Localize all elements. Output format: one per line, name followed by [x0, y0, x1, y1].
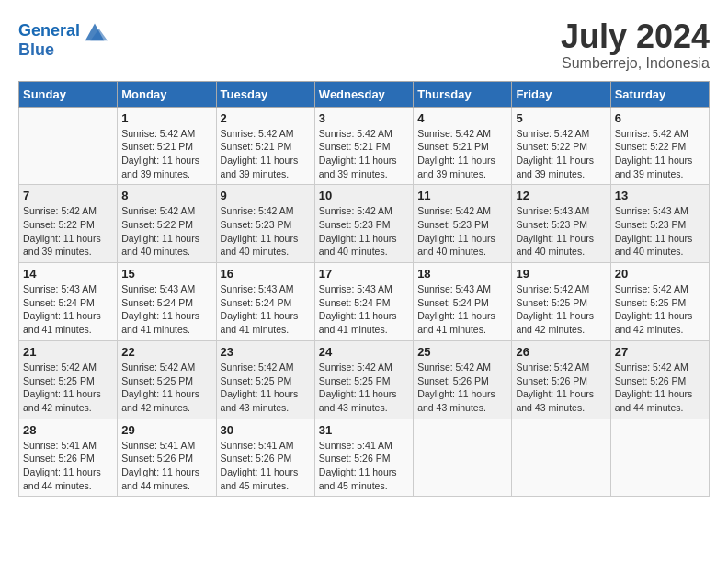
- day-info: Sunrise: 5:42 AM Sunset: 5:21 PM Dayligh…: [417, 127, 507, 181]
- day-number: 17: [319, 267, 409, 281]
- day-number: 29: [121, 423, 211, 437]
- calendar-week-1: 1Sunrise: 5:42 AM Sunset: 5:21 PM Daylig…: [19, 107, 710, 185]
- day-info: Sunrise: 5:42 AM Sunset: 5:25 PM Dayligh…: [221, 361, 311, 415]
- day-number: 28: [23, 423, 113, 437]
- logo-text: General: [18, 22, 80, 40]
- calendar-cell: 5Sunrise: 5:42 AM Sunset: 5:22 PM Daylig…: [512, 107, 610, 185]
- calendar-cell: 3Sunrise: 5:42 AM Sunset: 5:21 PM Daylig…: [314, 107, 413, 185]
- day-number: 15: [121, 267, 211, 281]
- calendar-cell: 11Sunrise: 5:42 AM Sunset: 5:23 PM Dayli…: [414, 185, 512, 263]
- calendar-cell: 23Sunrise: 5:42 AM Sunset: 5:25 PM Dayli…: [216, 340, 314, 419]
- day-info: Sunrise: 5:42 AM Sunset: 5:21 PM Dayligh…: [121, 127, 211, 181]
- calendar-cell: 20Sunrise: 5:42 AM Sunset: 5:25 PM Dayli…: [610, 263, 709, 341]
- day-number: 5: [516, 111, 606, 125]
- day-info: Sunrise: 5:42 AM Sunset: 5:25 PM Dayligh…: [121, 361, 211, 415]
- calendar-cell: 24Sunrise: 5:42 AM Sunset: 5:25 PM Dayli…: [314, 340, 413, 419]
- day-info: Sunrise: 5:41 AM Sunset: 5:26 PM Dayligh…: [221, 439, 311, 493]
- day-info: Sunrise: 5:41 AM Sunset: 5:26 PM Dayligh…: [319, 439, 409, 493]
- day-number: 14: [23, 267, 113, 281]
- calendar-cell: 15Sunrise: 5:43 AM Sunset: 5:24 PM Dayli…: [118, 263, 216, 341]
- day-number: 8: [121, 189, 211, 202]
- calendar-cell: 13Sunrise: 5:43 AM Sunset: 5:23 PM Dayli…: [610, 185, 709, 263]
- calendar-week-4: 21Sunrise: 5:42 AM Sunset: 5:25 PM Dayli…: [19, 340, 710, 419]
- day-info: Sunrise: 5:43 AM Sunset: 5:24 PM Dayligh…: [121, 282, 211, 337]
- calendar-cell: 4Sunrise: 5:42 AM Sunset: 5:21 PM Daylig…: [414, 107, 512, 185]
- calendar-week-3: 14Sunrise: 5:43 AM Sunset: 5:24 PM Dayli…: [19, 263, 710, 341]
- day-number: 16: [221, 267, 311, 281]
- calendar-week-2: 7Sunrise: 5:42 AM Sunset: 5:22 PM Daylig…: [19, 185, 710, 263]
- calendar-header-row: SundayMondayTuesdayWednesdayThursdayFrid…: [19, 81, 710, 107]
- day-number: 6: [615, 111, 705, 125]
- calendar-cell: 9Sunrise: 5:42 AM Sunset: 5:23 PM Daylig…: [216, 185, 314, 263]
- calendar-cell: 25Sunrise: 5:42 AM Sunset: 5:26 PM Dayli…: [414, 340, 512, 419]
- calendar-cell: 18Sunrise: 5:43 AM Sunset: 5:24 PM Dayli…: [414, 263, 512, 341]
- day-info: Sunrise: 5:43 AM Sunset: 5:23 PM Dayligh…: [516, 204, 606, 259]
- weekday-header-monday: Monday: [118, 81, 216, 107]
- day-number: 12: [516, 189, 606, 202]
- day-info: Sunrise: 5:42 AM Sunset: 5:25 PM Dayligh…: [516, 282, 606, 337]
- calendar-cell: 27Sunrise: 5:42 AM Sunset: 5:26 PM Dayli…: [610, 340, 709, 419]
- day-number: 22: [121, 345, 211, 359]
- day-number: 4: [417, 111, 507, 125]
- day-number: 25: [417, 345, 507, 359]
- calendar-cell: 12Sunrise: 5:43 AM Sunset: 5:23 PM Dayli…: [512, 185, 610, 263]
- day-number: 1: [121, 111, 211, 125]
- location: Sumberrejo, Indonesia: [561, 55, 710, 72]
- calendar-cell: 22Sunrise: 5:42 AM Sunset: 5:25 PM Dayli…: [118, 340, 216, 419]
- day-info: Sunrise: 5:42 AM Sunset: 5:25 PM Dayligh…: [23, 361, 113, 415]
- day-info: Sunrise: 5:43 AM Sunset: 5:24 PM Dayligh…: [221, 282, 311, 337]
- calendar-cell: 21Sunrise: 5:42 AM Sunset: 5:25 PM Dayli…: [19, 340, 118, 419]
- day-number: 13: [615, 189, 705, 202]
- logo-icon: [82, 18, 108, 44]
- day-number: 23: [221, 345, 311, 359]
- title-block: July 2024 Sumberrejo, Indonesia: [561, 18, 710, 72]
- day-number: 2: [221, 111, 311, 125]
- weekday-header-friday: Friday: [512, 81, 610, 107]
- day-number: 19: [516, 267, 606, 281]
- day-info: Sunrise: 5:42 AM Sunset: 5:21 PM Dayligh…: [319, 127, 409, 181]
- weekday-header-saturday: Saturday: [610, 81, 709, 107]
- calendar-cell: 31Sunrise: 5:41 AM Sunset: 5:26 PM Dayli…: [314, 419, 413, 497]
- day-info: Sunrise: 5:42 AM Sunset: 5:23 PM Dayligh…: [319, 204, 409, 259]
- day-number: 9: [221, 189, 311, 202]
- calendar-cell: 26Sunrise: 5:42 AM Sunset: 5:26 PM Dayli…: [512, 340, 610, 419]
- weekday-header-wednesday: Wednesday: [314, 81, 413, 107]
- calendar-cell: 16Sunrise: 5:43 AM Sunset: 5:24 PM Dayli…: [216, 263, 314, 341]
- calendar-cell: 29Sunrise: 5:41 AM Sunset: 5:26 PM Dayli…: [118, 419, 216, 497]
- weekday-header-sunday: Sunday: [19, 81, 118, 107]
- day-info: Sunrise: 5:42 AM Sunset: 5:25 PM Dayligh…: [319, 361, 409, 415]
- logo: General Blue: [18, 18, 108, 60]
- day-info: Sunrise: 5:42 AM Sunset: 5:21 PM Dayligh…: [221, 127, 311, 181]
- day-info: Sunrise: 5:42 AM Sunset: 5:26 PM Dayligh…: [417, 361, 507, 415]
- calendar-cell: 14Sunrise: 5:43 AM Sunset: 5:24 PM Dayli…: [19, 263, 118, 341]
- day-info: Sunrise: 5:41 AM Sunset: 5:26 PM Dayligh…: [23, 439, 113, 493]
- day-number: 31: [319, 423, 409, 437]
- day-number: 18: [417, 267, 507, 281]
- calendar-cell: 7Sunrise: 5:42 AM Sunset: 5:22 PM Daylig…: [19, 185, 118, 263]
- calendar-cell: 19Sunrise: 5:42 AM Sunset: 5:25 PM Dayli…: [512, 263, 610, 341]
- calendar-cell: 8Sunrise: 5:42 AM Sunset: 5:22 PM Daylig…: [118, 185, 216, 263]
- day-info: Sunrise: 5:42 AM Sunset: 5:23 PM Dayligh…: [417, 204, 507, 259]
- day-number: 7: [23, 189, 113, 202]
- calendar-table: SundayMondayTuesdayWednesdayThursdayFrid…: [18, 81, 710, 498]
- day-number: 21: [23, 345, 113, 359]
- calendar-cell: 6Sunrise: 5:42 AM Sunset: 5:22 PM Daylig…: [610, 107, 709, 185]
- calendar-cell: 17Sunrise: 5:43 AM Sunset: 5:24 PM Dayli…: [314, 263, 413, 341]
- day-info: Sunrise: 5:42 AM Sunset: 5:22 PM Dayligh…: [121, 204, 211, 259]
- day-number: 26: [516, 345, 606, 359]
- day-info: Sunrise: 5:43 AM Sunset: 5:24 PM Dayligh…: [23, 282, 113, 337]
- day-number: 24: [319, 345, 409, 359]
- calendar-cell: [610, 419, 709, 497]
- day-info: Sunrise: 5:41 AM Sunset: 5:26 PM Dayligh…: [121, 439, 211, 493]
- day-info: Sunrise: 5:42 AM Sunset: 5:22 PM Dayligh…: [516, 127, 606, 181]
- month-title: July 2024: [561, 18, 710, 55]
- calendar-cell: 30Sunrise: 5:41 AM Sunset: 5:26 PM Dayli…: [216, 419, 314, 497]
- day-info: Sunrise: 5:43 AM Sunset: 5:23 PM Dayligh…: [615, 204, 705, 259]
- day-info: Sunrise: 5:42 AM Sunset: 5:22 PM Dayligh…: [23, 204, 113, 259]
- calendar-cell: 28Sunrise: 5:41 AM Sunset: 5:26 PM Dayli…: [19, 419, 118, 497]
- day-number: 27: [615, 345, 705, 359]
- day-number: 30: [221, 423, 311, 437]
- weekday-header-tuesday: Tuesday: [216, 81, 314, 107]
- day-info: Sunrise: 5:42 AM Sunset: 5:22 PM Dayligh…: [615, 127, 705, 181]
- day-info: Sunrise: 5:42 AM Sunset: 5:26 PM Dayligh…: [615, 361, 705, 415]
